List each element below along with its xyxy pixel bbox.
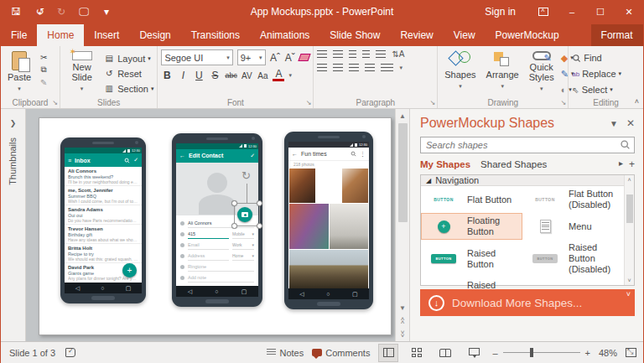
tab-powermockup[interactable]: PowerMockup (486, 24, 569, 46)
shape-item-menu[interactable]: Menu (522, 213, 624, 240)
thumbnails-pane[interactable]: ❯ Thumbnails (1, 109, 26, 341)
justify-icon[interactable] (365, 64, 375, 71)
minimize-button[interactable]: – (558, 0, 586, 23)
list-scroll-up-icon[interactable]: ˄ (627, 177, 631, 183)
tab-file[interactable]: File (1, 24, 37, 46)
character-spacing-icon[interactable]: AV (241, 71, 252, 80)
shapes-button[interactable]: Shapes▾ (441, 49, 479, 96)
close-button[interactable]: ✕ (615, 0, 643, 23)
redo-icon[interactable]: ↻ (55, 6, 68, 18)
numbering-icon[interactable] (333, 50, 343, 58)
replace-button[interactable]: ab Replace▾ (572, 68, 621, 80)
scroll-up-icon[interactable]: ▲ (396, 109, 409, 122)
add-category-icon[interactable]: + (629, 158, 635, 170)
phone-mockup-inbox[interactable]: 12:30 ≡ Inbox ✓ Ali Connors Brunch this … (60, 137, 146, 303)
section-navigation[interactable]: ◢ Navigation (421, 175, 624, 186)
font-dialog-launcher-icon[interactable]: ↘ (306, 99, 312, 106)
sign-in-button[interactable]: Sign in (471, 0, 529, 23)
zoom-level[interactable]: 48% (599, 348, 617, 358)
decrease-font-size-icon[interactable]: Aˇ (284, 52, 295, 64)
quick-styles-button[interactable]: Quick Styles▾ (526, 49, 558, 96)
shape-item-floating-button[interactable]: + Floating Button (421, 213, 522, 240)
list-scrollbar-thumb[interactable] (626, 194, 633, 223)
align-right-icon[interactable] (349, 64, 359, 71)
reset-button[interactable]: ↺Reset (103, 67, 153, 80)
bullets-icon[interactable] (317, 50, 327, 58)
scrollbar-thumb[interactable] (398, 123, 408, 222)
tab-design[interactable]: Design (129, 24, 180, 46)
clear-formatting-icon[interactable] (299, 54, 311, 61)
maximize-button[interactable]: ☐ (586, 0, 615, 23)
font-color-dropdown-icon[interactable]: ▾ (288, 72, 292, 79)
fit-slide-to-window-icon[interactable] (626, 348, 636, 357)
selection-handle-top-left[interactable] (231, 200, 237, 206)
comments-button[interactable]: Comments (312, 348, 370, 358)
tab-transitions[interactable]: Transitions (181, 24, 250, 46)
clipboard-dialog-launcher-icon[interactable]: ↘ (52, 99, 58, 106)
increase-font-size-icon[interactable]: Aˆ (270, 52, 281, 64)
slide[interactable]: 12:30 ≡ Inbox ✓ Ali Connors Brunch this … (39, 117, 392, 335)
shape-item-flat-button-disabled[interactable]: BUTTON Flat Button (Disabled) (522, 186, 624, 213)
drawing-dialog-launcher-icon[interactable]: ↘ (561, 99, 567, 106)
tab-animations[interactable]: Animations (250, 24, 319, 46)
find-button[interactable]: Find (572, 52, 621, 64)
tab-home[interactable]: Home (37, 24, 84, 46)
format-painter-icon[interactable]: ✎ (38, 77, 49, 87)
tab-format[interactable]: Format (591, 24, 643, 46)
cut-icon[interactable]: ✂ (38, 52, 49, 62)
tab-insert[interactable]: Insert (84, 24, 129, 46)
search-input[interactable] (420, 137, 635, 153)
font-color-button[interactable]: A (273, 70, 284, 81)
ribbon-display-options-icon[interactable] (529, 0, 558, 23)
expand-thumbnails-icon[interactable]: ❯ (1, 119, 25, 127)
text-direction-icon[interactable]: ⇅A (392, 49, 404, 59)
bold-button[interactable]: B (161, 70, 173, 81)
customize-qat-icon[interactable]: ▾ (100, 6, 113, 18)
increase-indent-icon[interactable] (362, 50, 370, 58)
tab-review[interactable]: Review (390, 24, 443, 46)
subscript-abc-icon[interactable]: abc (225, 71, 236, 80)
decrease-indent-icon[interactable] (349, 50, 356, 58)
new-slide-button[interactable]: New Slide▾ (64, 49, 100, 96)
normal-view-button[interactable] (378, 344, 398, 362)
rotate-handle-icon[interactable]: ↻ (242, 170, 251, 181)
font-name-select[interactable]: Segoe UI▾ (161, 49, 232, 65)
slide-indicator[interactable]: Slide 1 of 3 (9, 348, 55, 358)
document-scrollbar[interactable]: ▲ ▼ ˄˄ ˅˅ (395, 109, 409, 341)
paste-button[interactable]: Paste▾ (4, 49, 34, 96)
tab-my-shapes[interactable]: My Shapes (420, 159, 470, 169)
selection-handle-top-right[interactable] (257, 200, 262, 206)
layout-button[interactable]: ▤Layout▾ (103, 52, 153, 65)
zoom-out-icon[interactable]: – (492, 348, 497, 358)
zoom-in-icon[interactable]: + (585, 348, 590, 358)
paragraph-dialog-launcher-icon[interactable]: ↘ (430, 99, 436, 106)
section-button[interactable]: ▥Section▾ (103, 82, 153, 95)
arrange-button[interactable]: Arrange▾ (483, 49, 522, 96)
line-spacing-icon[interactable] (376, 50, 386, 58)
underline-button[interactable]: U (193, 70, 205, 81)
undo-icon[interactable]: ↺▾ (32, 6, 45, 18)
save-icon[interactable]: 🖫 (9, 6, 23, 18)
scroll-down-icon[interactable]: ▼ (396, 301, 409, 314)
tab-slide-show[interactable]: Slide Show (319, 24, 390, 46)
proofing-icon[interactable] (65, 348, 75, 357)
collapse-ribbon-icon[interactable]: ˄ (635, 97, 639, 106)
previous-slide-icon[interactable]: ˄˄ (401, 314, 405, 328)
align-left-icon[interactable] (317, 64, 327, 71)
align-center-icon[interactable] (333, 64, 343, 71)
slide-sorter-view-button[interactable] (407, 344, 427, 362)
panel-arrow-icon[interactable]: ▸ (619, 158, 623, 170)
zoom-slider-thumb[interactable] (530, 348, 533, 357)
selection-handle-bottom-left[interactable] (231, 223, 237, 229)
phone-mockup-gallery[interactable]: 12:30 ← Fun times ⋮ 218 photos (284, 132, 373, 309)
columns-icon[interactable] (381, 64, 393, 71)
strikethrough-button[interactable]: S (209, 70, 221, 81)
notes-button[interactable]: Notes (267, 348, 304, 358)
zoom-slider[interactable] (503, 352, 580, 353)
tab-shared-shapes[interactable]: Shared Shapes (480, 159, 547, 169)
reading-view-button[interactable] (435, 344, 455, 362)
selection-handle-bottom-right[interactable] (257, 223, 262, 229)
tab-view[interactable]: View (444, 24, 486, 46)
slide-canvas[interactable]: 12:30 ≡ Inbox ✓ Ali Connors Brunch this … (26, 109, 395, 341)
banner-chevron-icon[interactable]: ˅ (626, 290, 631, 298)
